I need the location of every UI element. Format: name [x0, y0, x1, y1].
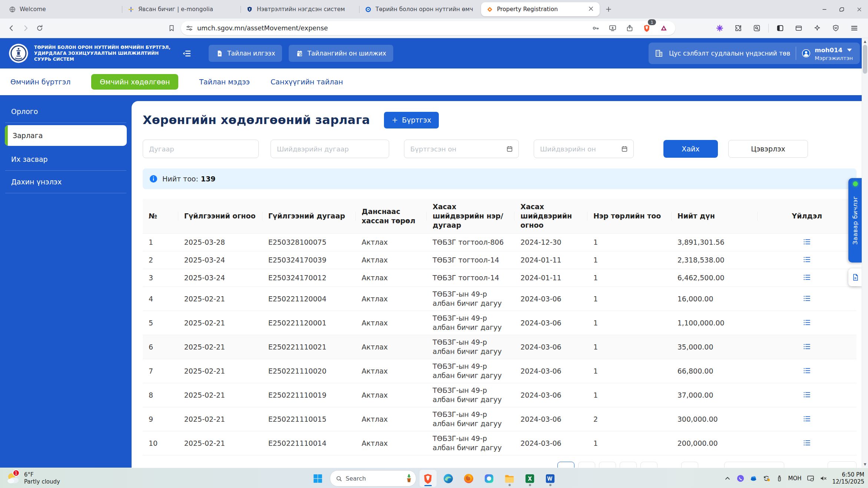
sidebar-item[interactable]: Зарлага	[5, 125, 127, 146]
clock[interactable]: 6:50 PM 12/15/2025	[832, 471, 864, 485]
site-settings-icon[interactable]	[185, 24, 193, 32]
language-indicator[interactable]: МОН	[788, 475, 802, 482]
search-button[interactable]: Хайх	[663, 140, 718, 158]
filter-field[interactable]	[539, 145, 619, 153]
vpn-button[interactable]	[829, 21, 843, 35]
edge-app-button[interactable]	[440, 470, 457, 487]
start-button[interactable]	[309, 470, 327, 487]
pagination-page-button[interactable]: 2	[578, 462, 595, 468]
url-text[interactable]: umch.sgov.mn/assetMovement/expense	[197, 24, 589, 32]
excel-app-button[interactable]	[521, 470, 539, 487]
pagination-page-button[interactable]: 1	[557, 462, 574, 468]
viber-icon[interactable]	[736, 474, 745, 482]
browser-tab[interactable]: Нэвтрэлтийн нэгдсэн систем	[241, 3, 360, 16]
browser-menu-button[interactable]	[847, 21, 861, 35]
usb-icon[interactable]	[775, 474, 783, 482]
user-menu[interactable]: moh014 Мэргэжилтэн	[802, 46, 854, 61]
address-bar[interactable]: umch.sgov.mn/assetMovement/expense 1	[181, 21, 675, 35]
extension-flower-button[interactable]	[713, 21, 727, 35]
pagination-page-button[interactable]: 5	[640, 462, 657, 468]
search-extension-button[interactable]	[750, 21, 764, 35]
filter-field[interactable]	[276, 145, 384, 153]
copilot-app-icon	[483, 473, 495, 484]
share-button[interactable]	[623, 21, 637, 35]
window-minimize-button[interactable]	[816, 0, 833, 19]
window-close-button[interactable]	[851, 0, 868, 19]
brave-shields-button[interactable]: 1	[640, 21, 654, 35]
filter-field[interactable]	[148, 145, 253, 153]
row-actions-button[interactable]	[801, 437, 812, 448]
sidebar-item[interactable]: Орлого	[0, 100, 132, 123]
reload-button[interactable]	[33, 21, 47, 35]
file-explorer-app-button[interactable]	[501, 470, 518, 487]
menu-collapse-icon[interactable]	[182, 49, 192, 59]
display-icon[interactable]	[806, 474, 815, 482]
new-tab-button[interactable]	[603, 3, 614, 15]
filter-input[interactable]	[404, 140, 519, 158]
nav-item[interactable]: Өмчийн хөдөлгөөн	[91, 74, 178, 90]
row-actions-button[interactable]	[801, 254, 812, 265]
wallet-button[interactable]	[792, 21, 806, 35]
browser-tab[interactable]: Явсан бичиг | e-mongolia	[122, 3, 241, 16]
password-key-button[interactable]	[589, 21, 603, 35]
sidebar-item[interactable]: Их засвар	[0, 148, 132, 170]
row-actions-button[interactable]	[801, 272, 812, 283]
row-actions-button[interactable]	[801, 317, 812, 328]
register-button[interactable]: Бүртгэх	[384, 112, 439, 128]
scroll-down-icon[interactable]: ▼	[862, 461, 868, 467]
browser-tab[interactable]: Welcome	[4, 3, 122, 16]
hidden-icons-button[interactable]	[723, 474, 732, 482]
nav-item[interactable]: Санхүүгийн тайлан	[271, 78, 343, 86]
browser-tab[interactable]: Property Registration	[481, 2, 600, 16]
pagination-prev-button[interactable]	[537, 462, 554, 468]
row-actions-button[interactable]	[801, 341, 812, 352]
extensions-button[interactable]	[731, 21, 745, 35]
row-actions-button[interactable]	[801, 413, 812, 424]
word-app-button[interactable]	[542, 470, 559, 487]
send-to-device-button[interactable]	[606, 21, 620, 35]
scrollbar-thumb[interactable]	[863, 45, 867, 74]
filter-input[interactable]	[534, 140, 634, 158]
brave-rewards-button[interactable]	[657, 21, 671, 35]
pagination-next-button[interactable]	[702, 462, 718, 468]
filter-field[interactable]	[410, 145, 504, 153]
nav-item[interactable]: Өмчийн бүртгэл	[10, 78, 70, 86]
network-icon[interactable]	[749, 474, 758, 482]
scroll-up-icon[interactable]: ▲	[862, 39, 868, 44]
report-year-transfer-button[interactable]: Тайлангийн он шилжих	[289, 45, 393, 62]
row-actions-button[interactable]	[801, 293, 812, 304]
row-actions-button[interactable]	[801, 365, 812, 376]
volume-mute-icon[interactable]	[819, 474, 828, 482]
pagination-page-button[interactable]: 3	[599, 462, 616, 468]
filter-input[interactable]	[271, 140, 389, 158]
copilot-app-button[interactable]	[481, 470, 498, 487]
bookmark-button[interactable]	[165, 21, 179, 35]
page-size-select[interactable]: 10 / хуудас	[724, 462, 784, 468]
browser-tab[interactable]: Төрийн болон орон нутгийн өмчи	[360, 3, 478, 16]
leo-ai-button[interactable]	[810, 21, 824, 35]
sidebar-item[interactable]: Дахин үнэлэх	[0, 171, 132, 193]
jump-page-input[interactable]	[828, 461, 857, 468]
organization-name[interactable]: Цус сэлбэлт судлалын үндэсний төв	[669, 50, 790, 57]
clear-button[interactable]: Цэвэрлэх	[728, 140, 808, 158]
row-actions-button[interactable]	[801, 236, 812, 247]
brave-app-button[interactable]	[420, 470, 437, 487]
window-maximize-button[interactable]	[833, 0, 851, 19]
pagination-page-button[interactable]: 14	[681, 462, 698, 468]
pagination-page-button[interactable]: 4	[620, 462, 637, 468]
tab-close-icon[interactable]	[587, 5, 594, 14]
back-button[interactable]	[4, 21, 19, 35]
weather-widget[interactable]: 1 6°F Partly cloudy	[5, 471, 60, 486]
firefox-app-button[interactable]	[460, 470, 477, 487]
taskbar-search[interactable]: Search	[330, 470, 416, 487]
send-report-button[interactable]: Тайлан илгээх	[209, 45, 282, 62]
filter-input[interactable]	[143, 140, 259, 158]
row-actions-button[interactable]	[801, 389, 812, 400]
pdf-side-tab[interactable]	[848, 268, 862, 286]
page-scrollbar[interactable]: ▲ ▼	[862, 38, 868, 468]
nav-item[interactable]: Тайлан мэдээ	[199, 78, 250, 86]
sync-icon[interactable]	[762, 474, 771, 482]
forward-button[interactable]	[19, 21, 33, 35]
tutorial-side-tab[interactable]: Заавар бичлэг	[848, 178, 862, 263]
sidebar-toggle-button[interactable]	[773, 21, 787, 35]
